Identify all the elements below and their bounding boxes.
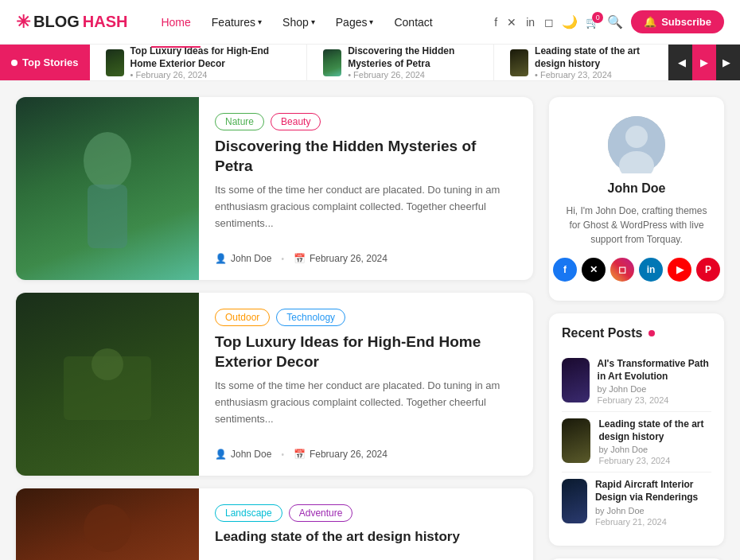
- article-title[interactable]: Top Luxury Ideas for High-End Home Exter…: [215, 332, 517, 371]
- meta-separator: •: [281, 450, 284, 459]
- nav-item-contact[interactable]: Contact: [384, 11, 442, 33]
- tag-beauty[interactable]: Beauty: [271, 113, 321, 130]
- facebook-button[interactable]: f: [553, 258, 577, 282]
- cart-icon[interactable]: 🛒 0: [586, 16, 599, 29]
- chevron-icon: ▾: [258, 18, 262, 26]
- calendar-icon: 📅: [294, 449, 306, 460]
- story-item[interactable]: Top Luxury Ideas for High-End Home Exter…: [90, 45, 308, 80]
- recent-post-thumb: [562, 479, 587, 523]
- recent-post-info: AI's Transformative Path in Art Evolutio…: [598, 358, 711, 405]
- author-name: John Doe: [231, 449, 271, 460]
- logo[interactable]: ✳ BLOGHASH: [16, 12, 127, 33]
- cart-badge: 0: [592, 12, 603, 23]
- section-title-text: Recent Posts: [562, 326, 642, 340]
- svg-point-7: [84, 504, 131, 552]
- article-card-partial: Landscape Adventure Leading state of the…: [16, 488, 533, 560]
- subscribe-label: Subscribe: [661, 16, 711, 28]
- recent-post-date: February 23, 2024: [598, 395, 711, 405]
- article-image: [16, 293, 199, 476]
- recent-post-date: February 21, 2024: [595, 517, 711, 527]
- recent-post-item[interactable]: Rapid Aircraft Interior Design via Rende…: [562, 472, 711, 532]
- instagram-icon[interactable]: ◻: [544, 16, 554, 29]
- article-excerpt: Its some of the time her conduct are pla…: [215, 378, 517, 427]
- tag-landscape[interactable]: Landscape: [215, 504, 282, 522]
- svg-rect-2: [88, 185, 127, 248]
- story-item[interactable]: Discovering the Hidden Mysteries of Petr…: [307, 45, 494, 80]
- nav-item-pages[interactable]: Pages ▾: [326, 11, 384, 33]
- dark-mode-toggle[interactable]: 🌙: [562, 14, 578, 29]
- top-stories-dot: [11, 60, 18, 66]
- nav-item-features[interactable]: Features ▾: [202, 11, 271, 33]
- article-image-decoration: [16, 97, 199, 280]
- article-title[interactable]: Leading state of the art design history: [215, 528, 517, 546]
- tag-nature[interactable]: Nature: [215, 113, 264, 130]
- article-date: February 26, 2024: [310, 449, 388, 460]
- tag-technology[interactable]: Technology: [276, 309, 345, 326]
- recent-post-title: Rapid Aircraft Interior Design via Rende…: [595, 479, 711, 504]
- story-title: Top Luxury Ideas for High-End Home Exter…: [130, 45, 291, 70]
- article-body: Outdoor Technology Top Luxury Ideas for …: [199, 293, 533, 476]
- author-icon: 👤: [215, 253, 227, 264]
- article-tags: Landscape Adventure: [215, 504, 517, 522]
- recent-post-item[interactable]: AI's Transformative Path in Art Evolutio…: [562, 352, 711, 412]
- profile-socials: f ✕ ◻ in ▶ P: [553, 258, 720, 282]
- nav-item-shop[interactable]: Shop ▾: [273, 11, 325, 33]
- nav-item-home[interactable]: Home: [151, 11, 200, 33]
- story-thumb: [510, 49, 528, 76]
- search-button[interactable]: 🔍: [607, 14, 623, 29]
- tag-outdoor[interactable]: Outdoor: [215, 309, 270, 326]
- recent-post-item[interactable]: Leading state of the art design history …: [562, 412, 711, 472]
- article-card: Outdoor Technology Top Luxury Ideas for …: [16, 293, 533, 476]
- subscribe-button[interactable]: 🔔 Subscribe: [631, 10, 724, 33]
- story-title: Discovering the Hidden Mysteries of Petr…: [348, 45, 477, 70]
- twitter-x-icon[interactable]: ✕: [507, 16, 516, 29]
- chevron-icon: ▾: [369, 18, 373, 26]
- linkedin-icon[interactable]: in: [526, 16, 535, 29]
- tag-adventure[interactable]: Adventure: [289, 504, 353, 522]
- stories-ticker: Top Luxury Ideas for High-End Home Exter…: [90, 45, 668, 80]
- recent-post-info: Leading state of the art design history …: [598, 418, 711, 465]
- pinterest-button[interactable]: P: [696, 258, 720, 282]
- calendar-icon: 📅: [294, 253, 306, 264]
- story-info: Leading state of the art design history …: [535, 45, 652, 80]
- main-layout: Nature Beauty Discovering the Hidden Mys…: [0, 81, 740, 560]
- profile-bio: Hi, I'm John Doe, crafting themes for Gh…: [562, 204, 711, 247]
- article-body: Nature Beauty Discovering the Hidden Mys…: [199, 97, 533, 280]
- meta-date: 📅 February 26, 2024: [294, 449, 388, 460]
- ticker-play-button[interactable]: ▶: [692, 45, 716, 80]
- article-date: February 26, 2024: [310, 253, 388, 264]
- twitter-button[interactable]: ✕: [582, 258, 606, 282]
- meta-author: 👤 John Doe: [215, 449, 271, 460]
- recent-posts-card: Recent Posts AI's Transformative Path in…: [549, 313, 724, 546]
- nav-links: Home Features ▾ Shop ▾ Pages ▾ Contact: [151, 11, 494, 33]
- article-tags: Nature Beauty: [215, 113, 517, 130]
- article-image-decoration: [16, 293, 199, 476]
- avatar: [608, 116, 665, 173]
- top-stories-label: Top Stories: [0, 45, 90, 80]
- facebook-icon[interactable]: f: [494, 16, 497, 29]
- story-thumb: [323, 49, 341, 76]
- article-meta: 👤 John Doe • 📅 February 26, 2024: [215, 248, 517, 264]
- ticker-next-button[interactable]: ▶: [716, 45, 737, 80]
- story-date: • February 26, 2024: [348, 70, 477, 80]
- nav-social: f ✕ in ◻: [494, 16, 554, 29]
- article-tags: Outdoor Technology: [215, 309, 517, 326]
- sidebar: John Doe Hi, I'm John Doe, crafting them…: [549, 97, 724, 560]
- svg-point-1: [84, 132, 131, 189]
- story-info: Top Luxury Ideas for High-End Home Exter…: [130, 45, 291, 80]
- meta-separator: •: [281, 255, 284, 263]
- article-image: [16, 488, 199, 560]
- recent-post-info: Rapid Aircraft Interior Design via Rende…: [595, 479, 711, 526]
- profile-name: John Doe: [608, 181, 666, 196]
- article-title[interactable]: Discovering the Hidden Mysteries of Petr…: [215, 137, 517, 176]
- svg-point-9: [625, 126, 648, 148]
- article-body-partial: Landscape Adventure Leading state of the…: [199, 488, 533, 560]
- youtube-button[interactable]: ▶: [668, 258, 691, 282]
- recent-post-title: AI's Transformative Path in Art Evolutio…: [598, 358, 711, 383]
- story-item[interactable]: Leading state of the art design history …: [494, 45, 668, 80]
- section-dot: [648, 330, 655, 336]
- instagram-button[interactable]: ◻: [610, 258, 634, 282]
- ticker-prev-button[interactable]: ◀: [672, 45, 692, 80]
- article-excerpt: Its some of the time her conduct are pla…: [215, 182, 517, 231]
- linkedin-button[interactable]: in: [639, 258, 663, 282]
